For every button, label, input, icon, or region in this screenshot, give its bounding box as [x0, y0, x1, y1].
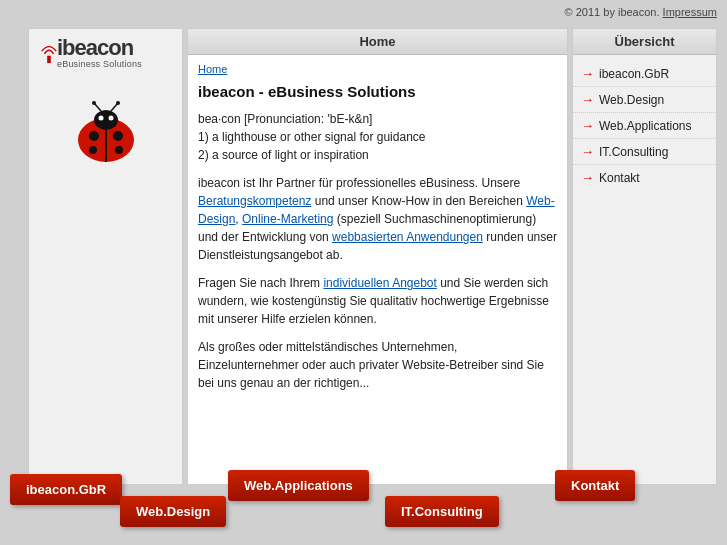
sidebar-label-itconsulting: IT.Consulting [599, 145, 668, 159]
content-para-2: ibeacon ist Ihr Partner für professionel… [198, 174, 557, 264]
link-marketing[interactable]: Online-Marketing [242, 212, 333, 226]
breadcrumb: Home [198, 63, 557, 75]
sidebar-label-webapps: Web.Applications [599, 119, 692, 133]
float-btn-ibeacon[interactable]: ibeacon.GbR [10, 474, 122, 505]
ladybug-container [56, 93, 156, 173]
svg-rect-0 [47, 56, 51, 63]
link-beratung[interactable]: Beratungskompetenz [198, 194, 311, 208]
sidebar-item-kontakt[interactable]: → Kontakt [573, 165, 716, 190]
float-btn-webdesign[interactable]: Web.Design [120, 496, 226, 527]
breadcrumb-link[interactable]: Home [198, 63, 227, 75]
logo-name: ibeacon [57, 37, 142, 59]
right-panel: Übersicht → ibeacon.GbR → Web.Design → W… [572, 28, 717, 485]
ladybug-icon [66, 98, 146, 168]
content-title: ibeacon - eBusiness Solutions [198, 83, 557, 100]
impressum-link[interactable]: Impressum [663, 6, 717, 18]
arrow-icon-3: → [581, 118, 594, 133]
svg-point-8 [98, 116, 103, 121]
arrow-icon-2: → [581, 92, 594, 107]
logo-area: ibeacon eBusiness Solutions [33, 37, 178, 69]
logo-subtitle: eBusiness Solutions [57, 59, 142, 69]
center-panel: Home Home ibeacon - eBusiness Solutions … [187, 28, 568, 485]
svg-point-12 [92, 101, 96, 105]
sidebar-item-ibeacon[interactable]: → ibeacon.GbR [573, 61, 716, 87]
arrow-icon-1: → [581, 66, 594, 81]
arrow-icon-4: → [581, 144, 594, 159]
svg-point-5 [113, 131, 123, 141]
sidebar-header: Übersicht [573, 29, 716, 55]
sidebar-label-webdesign: Web.Design [599, 93, 664, 107]
main-wrapper: ibeacon eBusiness Solutions [28, 28, 717, 485]
center-content[interactable]: Home ibeacon - eBusiness Solutions bea·c… [188, 55, 567, 484]
svg-point-7 [115, 146, 123, 154]
center-header: Home [188, 29, 567, 55]
sidebar-item-webapps[interactable]: → Web.Applications [573, 113, 716, 139]
float-btn-webapps[interactable]: Web.Applications [228, 470, 369, 501]
top-bar: © 2011 by ibeacon. Impressum [565, 6, 717, 18]
sidebar-label-ibeacon: ibeacon.GbR [599, 67, 669, 81]
arrow-icon-5: → [581, 170, 594, 185]
svg-point-9 [108, 116, 113, 121]
link-webapps[interactable]: webbasierten Anwendungen [332, 230, 483, 244]
content-body: bea·con [Pronunciation: 'bE-k&n]1) a lig… [198, 110, 557, 392]
float-btn-itconsulting[interactable]: IT.Consulting [385, 496, 499, 527]
sidebar-label-kontakt: Kontakt [599, 171, 640, 185]
signal-icon [41, 43, 57, 63]
copyright-text: © 2011 by ibeacon. [565, 6, 660, 18]
content-para-1: bea·con [Pronunciation: 'bE-k&n]1) a lig… [198, 110, 557, 164]
logo-text: ibeacon eBusiness Solutions [57, 37, 142, 69]
left-panel: ibeacon eBusiness Solutions [28, 28, 183, 485]
svg-point-13 [116, 101, 120, 105]
link-angebot[interactable]: individuellen Angebot [323, 276, 436, 290]
content-para-4: Als großes oder mittelständisches Untern… [198, 338, 557, 392]
nav-items: → ibeacon.GbR → Web.Design → Web.Applica… [573, 55, 716, 196]
floating-buttons: ibeacon.GbR Web.Design Web.Applications … [0, 465, 727, 535]
svg-point-4 [89, 131, 99, 141]
content-para-3: Fragen Sie nach Ihrem individuellen Ange… [198, 274, 557, 328]
svg-point-6 [89, 146, 97, 154]
sidebar-item-webdesign[interactable]: → Web.Design [573, 87, 716, 113]
float-btn-kontakt[interactable]: Kontakt [555, 470, 635, 501]
sidebar-item-itconsulting[interactable]: → IT.Consulting [573, 139, 716, 165]
